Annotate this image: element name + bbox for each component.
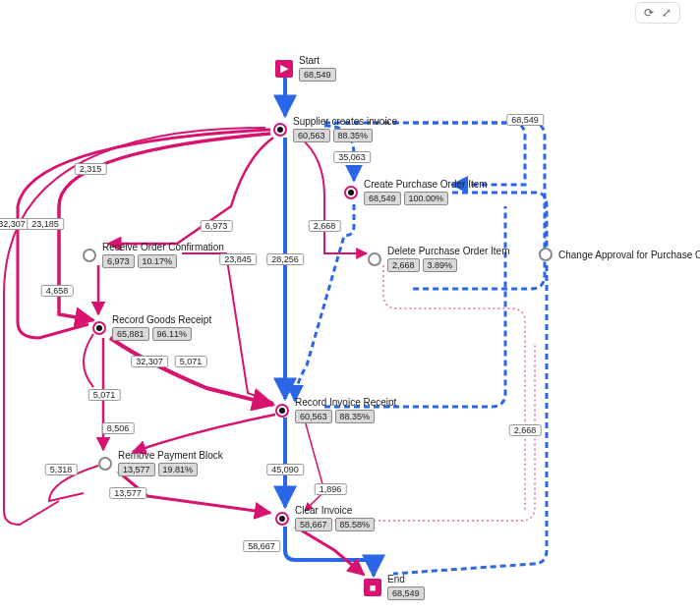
edge-label: 32,307 bbox=[131, 356, 168, 367]
stop-icon: ■ bbox=[364, 579, 381, 596]
node-pct: 88.35% bbox=[333, 129, 374, 142]
edge-label: 28,256 bbox=[266, 253, 304, 265]
edge-label: 5,071 bbox=[88, 389, 121, 401]
edge-label: 13,577 bbox=[109, 487, 146, 499]
start-node[interactable]: ▶ Start 68,549 bbox=[275, 55, 336, 82]
node-core-icon bbox=[275, 512, 289, 526]
node-supplier-creates-invoice[interactable]: Supplier creates invoice 60,563 88.35% bbox=[273, 116, 397, 142]
node-pct: 10.17% bbox=[138, 254, 178, 268]
edge-label: 68,549 bbox=[506, 114, 544, 126]
node-record-goods-receipt[interactable]: Record Goods Receipt 65,881 96.11% bbox=[92, 314, 211, 341]
node-core-icon bbox=[273, 123, 287, 137]
edge-label: 2,315 bbox=[75, 163, 107, 175]
start-count: 68,549 bbox=[299, 68, 336, 82]
end-node[interactable]: ■ End 68,549 bbox=[364, 574, 425, 600]
edge-label: 58,667 bbox=[243, 540, 280, 552]
node-core-icon bbox=[344, 186, 358, 199]
node-title: Clear Invoice bbox=[295, 505, 375, 516]
node-pct: 88.35% bbox=[335, 410, 376, 423]
edge-label: 1,896 bbox=[315, 483, 347, 495]
node-title: Supplier creates invoice bbox=[293, 116, 397, 127]
node-pct: 100.00% bbox=[404, 192, 449, 205]
node-core-icon bbox=[83, 249, 96, 262]
edge-label: 23,845 bbox=[219, 253, 257, 265]
node-core-icon bbox=[539, 248, 553, 261]
node-count: 13,577 bbox=[118, 463, 155, 476]
reset-icon[interactable]: ⟳ bbox=[644, 6, 654, 20]
edge-label: 5,071 bbox=[175, 356, 207, 367]
node-title: Delete Purchase Order Item bbox=[387, 246, 510, 256]
node-receive-order-confirmation[interactable]: Receive Order Confirmation 6,973 10.17% bbox=[83, 242, 224, 268]
node-pct: 3.89% bbox=[423, 258, 458, 272]
end-title: End bbox=[387, 574, 425, 585]
node-core-icon bbox=[368, 252, 381, 266]
node-core-icon bbox=[92, 321, 106, 335]
node-count: 60,563 bbox=[293, 129, 330, 142]
node-title: Record Invoice Receipt bbox=[295, 397, 396, 408]
edge-label: 8,506 bbox=[102, 422, 135, 434]
play-icon: ▶ bbox=[275, 60, 293, 78]
node-title: Receive Order Confirmation bbox=[102, 242, 224, 252]
node-count: 68,549 bbox=[364, 192, 401, 205]
node-create-po-item[interactable]: Create Purchase Order Item 68,549 100.00… bbox=[344, 179, 488, 205]
start-title: Start bbox=[299, 55, 336, 66]
node-count: 6,973 bbox=[102, 254, 135, 268]
edge-label: 45,090 bbox=[266, 464, 304, 475]
node-pct: 85.58% bbox=[335, 518, 376, 531]
node-title: Record Goods Receipt bbox=[112, 314, 211, 325]
edge-label: 5,318 bbox=[45, 464, 78, 475]
node-title: Remove Payment Block bbox=[118, 450, 223, 461]
node-change-approval[interactable]: Change Approval for Purchase Order bbox=[539, 248, 700, 261]
node-clear-invoice[interactable]: Clear Invoice 58,667 85.58% bbox=[275, 505, 375, 531]
edge-label: 6,973 bbox=[201, 220, 233, 232]
node-core-icon bbox=[275, 404, 289, 418]
edge-label: 23,185 bbox=[27, 218, 64, 230]
node-pct: 96.11% bbox=[152, 327, 193, 341]
node-count: 65,881 bbox=[112, 327, 149, 341]
node-title: Change Approval for Purchase Order bbox=[558, 250, 700, 260]
node-count: 2,668 bbox=[387, 258, 420, 272]
node-delete-po-item[interactable]: Delete Purchase Order Item 2,668 3.89% bbox=[368, 246, 510, 272]
node-record-invoice-receipt[interactable]: Record Invoice Receipt 60,563 88.35% bbox=[275, 397, 396, 423]
end-count: 68,549 bbox=[387, 586, 425, 600]
node-remove-payment-block[interactable]: Remove Payment Block 13,577 19.81% bbox=[98, 450, 223, 476]
edge-label: 2,668 bbox=[309, 220, 341, 232]
canvas-toolbar: ⟳ ⤢ bbox=[635, 2, 680, 24]
node-core-icon bbox=[98, 457, 112, 471]
node-count: 58,667 bbox=[295, 518, 332, 531]
node-pct: 19.81% bbox=[158, 463, 199, 476]
edge-label: 35,063 bbox=[333, 151, 371, 163]
expand-icon[interactable]: ⤢ bbox=[662, 6, 671, 20]
edge-label: 4,658 bbox=[41, 285, 74, 297]
edge-label: 2,668 bbox=[509, 424, 542, 436]
edge-label: 32,307 bbox=[0, 218, 30, 230]
node-count: 60,563 bbox=[295, 410, 332, 423]
node-title: Create Purchase Order Item bbox=[364, 179, 488, 190]
